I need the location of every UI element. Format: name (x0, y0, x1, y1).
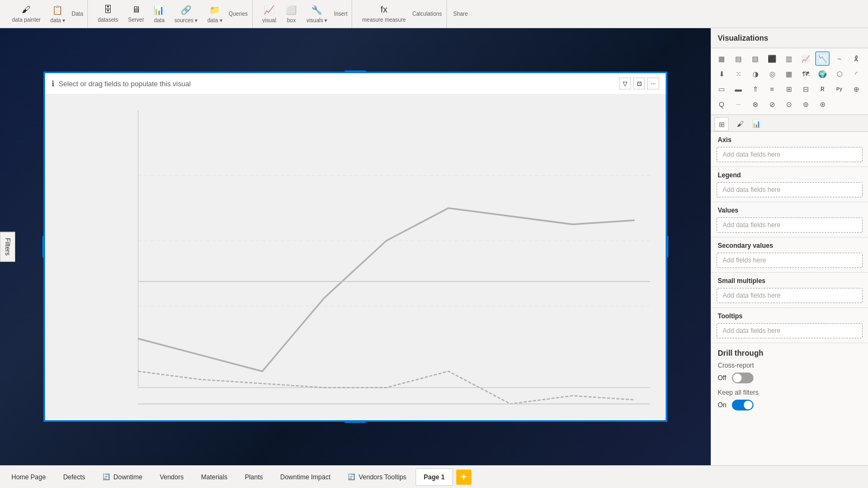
panel-title: Visualizations (711, 28, 868, 48)
panel-tabs: ⊞ 🖌 📊 (711, 115, 868, 132)
toolbar-item-measure[interactable]: fx measure measure (359, 4, 409, 24)
tab-defects[interactable]: Defects (55, 468, 93, 486)
secondary-add-field[interactable]: Add fields here (717, 253, 863, 268)
stacked-bar-icon[interactable]: ▤ (731, 52, 745, 66)
treemap-icon[interactable]: ▦ (782, 67, 796, 81)
filled-map-icon[interactable]: 🌍 (815, 67, 829, 81)
pie-icon[interactable]: ◑ (748, 67, 762, 81)
line-chart-icon[interactable]: 📈 (799, 52, 813, 66)
tab-page-1[interactable]: Page 1 (416, 468, 453, 486)
card-icon[interactable]: ▭ (714, 82, 729, 96)
column-icon[interactable]: ⬛ (765, 52, 779, 66)
more-visuals-icon[interactable]: ··· (731, 97, 745, 111)
analytics-tab-icon: 📊 (752, 120, 761, 128)
decomp-tree-icon[interactable]: ⊕ (849, 82, 863, 96)
more-options-icon[interactable]: ··· (647, 78, 659, 89)
slicer-icon[interactable]: ≡ (765, 82, 779, 96)
waterfall-icon[interactable]: ⬇ (714, 67, 729, 81)
scatter-icon[interactable]: ⁙ (731, 67, 745, 81)
tab-fields[interactable]: ⊞ (714, 117, 729, 131)
drill-through-section: Drill through Cross-report Off Keep all … (711, 343, 868, 421)
tab-downtime[interactable]: 🔄 Downtime (94, 468, 150, 486)
tab-vendors-tooltips[interactable]: 🔄 Vendors Tooltips (340, 468, 414, 486)
python-icon[interactable]: Py (832, 82, 846, 96)
legend-add-field[interactable]: Add data fields here (717, 182, 863, 197)
cross-report-toggle[interactable] (732, 373, 754, 383)
tab-vendors[interactable]: Vendors (151, 468, 192, 486)
focus-mode-icon[interactable]: ⊡ (633, 78, 645, 89)
keep-all-filters-toggle[interactable] (732, 400, 754, 410)
values-label: Values (711, 202, 868, 216)
home-page-label: Home Page (11, 473, 46, 481)
bar-chart-icon[interactable]: ▦ (714, 52, 729, 66)
visual-container[interactable]: ℹ Select or drag fields to populate this… (43, 72, 667, 422)
ribbon-chart-icon[interactable]: 🎗 (849, 52, 863, 66)
toolbar-item-server[interactable]: 🖥 Server (125, 4, 147, 24)
axis-label: Axis (711, 132, 868, 146)
tab-plants[interactable]: Plants (237, 468, 271, 486)
values-add-field[interactable]: Add data fields here (717, 217, 863, 233)
canvas-area: ℹ Select or drag fields to populate this… (0, 28, 711, 465)
toolbar-section-queries: Queries (229, 11, 248, 17)
toolbar-item-visuals[interactable]: 🔧 visuals ▾ (303, 4, 330, 24)
vendors-label: Vendors (159, 473, 183, 481)
materials-label: Materials (201, 473, 227, 481)
donut-icon[interactable]: ◎ (765, 67, 779, 81)
keep-filters-toggle-thumb (744, 401, 752, 409)
filter-visual-icon[interactable]: ▽ (619, 78, 631, 89)
r-visual-icon[interactable]: R (815, 82, 829, 96)
tab-analytics[interactable]: 📊 (749, 117, 763, 131)
add-page-button[interactable]: + (456, 470, 471, 485)
toolbar-item-data3[interactable]: 📁 data ▾ (204, 4, 225, 24)
table-icon[interactable]: ⊞ (782, 82, 796, 96)
multi-row-card-icon[interactable]: ▬ (731, 82, 745, 96)
custom-icon-2[interactable]: ⊘ (765, 97, 779, 111)
stacked-column-icon[interactable]: ▥ (782, 52, 796, 66)
tab-materials[interactable]: Materials (193, 468, 235, 486)
info-icon: ℹ (52, 79, 54, 88)
100pct-bar-icon[interactable]: ▧ (748, 52, 762, 66)
toolbar-item-data-painter[interactable]: 🖌 data painter (9, 4, 44, 24)
cross-report-label: Cross-report (718, 362, 861, 369)
toolbar-item-datasets[interactable]: 🗄 datasets (94, 4, 122, 24)
vendors-tooltips-icon: 🔄 (348, 473, 355, 480)
plants-label: Plants (245, 473, 263, 481)
matrix-icon[interactable]: ⊟ (799, 82, 813, 96)
kpi-icon[interactable]: ⇑ (748, 82, 762, 96)
custom-icon-4[interactable]: ⊚ (799, 97, 813, 111)
axis-add-field[interactable]: Add data fields here (717, 147, 863, 162)
qa-icon[interactable]: Q (714, 97, 729, 111)
right-panel: Visualizations ▦ ▤ ▧ ⬛ ▥ 📈 📉 ~ 🎗 ⬇ ⁙ ◑ ◎… (711, 28, 868, 465)
toolbar-group-share: Share (449, 0, 473, 28)
custom-icon-3[interactable]: ⊙ (782, 97, 796, 111)
funnel-icon[interactable]: ⬡ (832, 67, 846, 81)
keep-all-filters-label: Keep all filters (718, 389, 861, 396)
line-area-chart-icon[interactable]: 📉 (815, 52, 829, 66)
toolbar-item-sources[interactable]: 🔗 sources ▾ (171, 4, 201, 24)
toolbar-section-calculations: Calculations (412, 11, 442, 17)
area-chart-icon[interactable]: ~ (832, 52, 846, 66)
fields-section-legend: Legend Add data fields here (711, 167, 868, 202)
visual-header-icons: ▽ ⊡ ··· (619, 78, 659, 89)
chart-placeholder-svg (45, 94, 666, 420)
visual-placeholder-text: ℹ Select or drag fields to populate this… (52, 79, 191, 88)
gauge-icon[interactable]: ◜ (849, 67, 863, 81)
data-painter-icon: 🖌 (22, 5, 30, 15)
filters-tab[interactable]: Filters (0, 232, 15, 262)
tab-downtime-impact[interactable]: Downtime Impact (272, 468, 339, 486)
custom-icon-5[interactable]: ⊛ (815, 97, 829, 111)
small-multiples-add-field[interactable]: Add data fields here (717, 288, 863, 303)
tab-format[interactable]: 🖌 (733, 117, 747, 131)
toolbar-item-visual[interactable]: 📈 visual (259, 4, 280, 24)
fields-section-axis: Axis Add data fields here (711, 132, 868, 167)
map-icon[interactable]: 🗺 (799, 67, 813, 81)
toolbar-item-box[interactable]: ⬜ box (283, 4, 300, 24)
downtime-label: Downtime (113, 473, 142, 481)
toolbar-item-data[interactable]: 📋 data ▾ (47, 4, 68, 24)
custom-icon-1[interactable]: ⊗ (748, 97, 762, 111)
downtime-impact-label: Downtime Impact (280, 473, 331, 481)
tooltips-add-field[interactable]: Add data fields here (717, 323, 863, 338)
small-multiples-label: Small multiples (711, 273, 868, 287)
tab-home-page[interactable]: Home Page (3, 468, 54, 486)
toolbar-item-data2[interactable]: 📊 data (150, 4, 168, 24)
